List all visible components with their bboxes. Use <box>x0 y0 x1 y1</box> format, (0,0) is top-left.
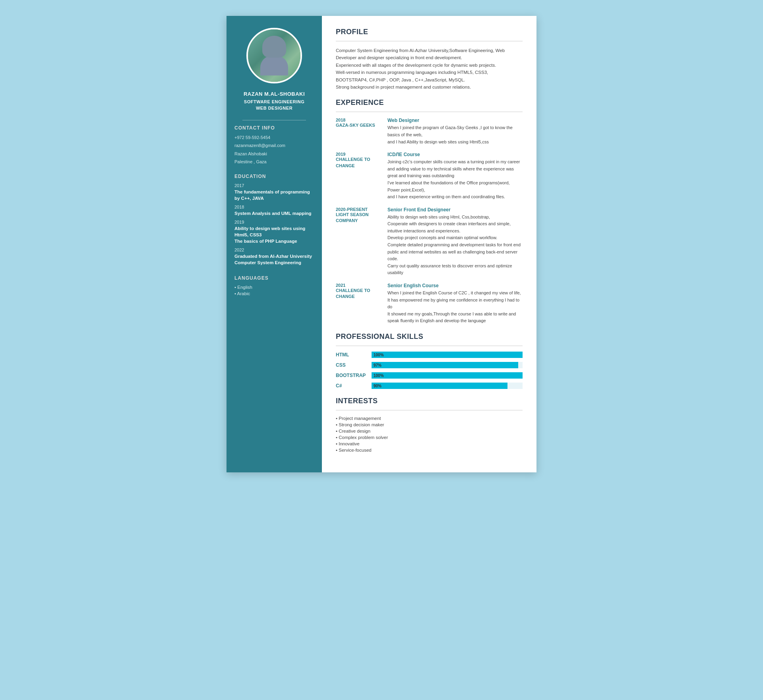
skill-percent-3: 90% <box>374 384 382 388</box>
person-title1: SOFTWARE ENGINEERING <box>244 99 305 105</box>
interests-divider <box>336 410 523 410</box>
email: razanmazen8@gmail.com <box>234 143 314 149</box>
interest-1: Strong decision maker <box>336 422 523 427</box>
skill-name-0: HTML <box>336 352 372 358</box>
edu-year-1: 2018 <box>234 205 314 209</box>
profile-title: PROFILE <box>336 28 523 36</box>
exp-role-1: ICDЛЕ Course <box>387 152 523 157</box>
languages-section: LANGUAGES English Arabic <box>234 275 314 298</box>
lang-1: Arabic <box>234 291 314 296</box>
skill-bar-2: 100% <box>372 372 523 379</box>
languages-label: LANGUAGES <box>234 275 314 281</box>
profile-divider <box>336 41 523 41</box>
person-title2: WEB DESIGNER <box>244 105 305 111</box>
exp-role-3: Senior English Course <box>387 283 523 288</box>
name-section: RAZAN M.AL-SHOBAKI SOFTWARE ENGINEERING … <box>244 91 305 111</box>
exp-company-2: LIGHT SEASON COMPANY <box>336 212 382 224</box>
edu-title-2: Ability to design web sites using Html5,… <box>234 225 314 244</box>
sidebar: RAZAN M.AL-SHOBAKI SOFTWARE ENGINEERING … <box>227 16 322 472</box>
exp-year-1: 2019 <box>336 152 382 157</box>
contact-label: CONTACT INFO <box>234 125 314 131</box>
exp-role-0: Web Designer <box>387 118 523 123</box>
exp-company-1: CHALLENGE TO CHANGE <box>336 157 382 169</box>
edu-title-3: Graduated from Al-Azhar University Compu… <box>234 253 314 266</box>
exp-item-2: 2020-PRESENT LIGHT SEASON COMPANY Senior… <box>336 207 523 277</box>
skill-percent-1: 97% <box>374 363 382 367</box>
edu-year-0: 2017 <box>234 183 314 188</box>
skills-section: PROFESSIONAL SKILLS HTML 100% CSS 97% <box>336 333 523 389</box>
exp-desc-3: When I joined the English Course of C2C … <box>387 290 523 325</box>
profile-text: Computer System Engineering from Al-Azha… <box>336 47 523 91</box>
exp-company-0: GAZA-SKY GEEKS <box>336 122 382 128</box>
edu-title-1: System Analysis and UML mapping <box>234 210 314 217</box>
education-label: EDUCATION <box>234 174 314 179</box>
exp-item-1: 2019 CHALLENGE TO CHANGE ICDЛЕ Course Jo… <box>336 152 523 201</box>
skill-percent-2: 100% <box>374 373 384 378</box>
skill-fill-0: 100% <box>372 352 523 358</box>
skills-divider <box>336 346 523 346</box>
skill-row-1: CSS 97% <box>336 362 523 368</box>
profile-section: PROFILE Computer System Engineering from… <box>336 28 523 91</box>
skill-name-2: BOOTSTRAP <box>336 373 372 378</box>
skill-row-2: BOOTSTRAP 100% <box>336 372 523 379</box>
skill-fill-2: 100% <box>372 372 523 379</box>
interest-5: Service-focused <box>336 448 523 452</box>
interest-4: Innovative <box>336 441 523 446</box>
interest-0: Project management <box>336 416 523 421</box>
lang-0: English <box>234 285 314 290</box>
resume-container: RAZAN M.AL-SHOBAKI SOFTWARE ENGINEERING … <box>227 16 536 472</box>
exp-company-3: CHALLENGE TO CHANGE <box>336 288 382 300</box>
interest-2: Creative design <box>336 429 523 433</box>
exp-item-0: 2018 GAZA-SKY GEEKS Web Designer When I … <box>336 118 523 145</box>
exp-desc-1: Joining c2c's computer skills course was… <box>387 159 523 201</box>
exp-item-3: 2021 CHALLENGE TO CHANGE Senior English … <box>336 283 523 325</box>
skill-row-0: HTML 100% <box>336 352 523 358</box>
experience-section: EXPERIENCE 2018 GAZA-SKY GEEKS Web Desig… <box>336 99 523 325</box>
skill-name-1: CSS <box>336 362 372 368</box>
exp-role-2: Senior Front End Designeer <box>387 207 523 213</box>
skill-bar-1: 97% <box>372 362 523 368</box>
exp-desc-0: When I joined the program of Gaza-Sky Ge… <box>387 124 523 145</box>
avatar <box>246 28 302 83</box>
edu-year-2: 2019 <box>234 220 314 224</box>
skill-fill-3: 90% <box>372 383 507 389</box>
skill-name-3: C# <box>336 383 372 389</box>
skill-fill-1: 97% <box>372 362 518 368</box>
person-name: RAZAN M.AL-SHOBAKI <box>244 91 305 98</box>
exp-year-3: 2021 <box>336 283 382 288</box>
experience-title: EXPERIENCE <box>336 99 523 107</box>
interest-3: Complex problem solver <box>336 435 523 440</box>
name-divider <box>242 120 306 120</box>
skill-row-3: C# 90% <box>336 383 523 389</box>
edu-title-0: The fundamentals of programming by C++, … <box>234 189 314 201</box>
edu-year-3: 2022 <box>234 248 314 252</box>
skill-percent-0: 100% <box>374 353 384 357</box>
phone: +972 59-592-5454 <box>234 135 314 141</box>
interests-section: INTERESTS Project management Strong deci… <box>336 397 523 452</box>
experience-divider <box>336 112 523 112</box>
contact-section: CONTACT INFO +972 59-592-5454 razanmazen… <box>234 125 314 167</box>
contact-name: Razan Alshobaki <box>234 151 314 157</box>
exp-desc-2: Ability to design web sites using Html, … <box>387 214 523 277</box>
address: Palestine , Gaza <box>234 159 314 165</box>
exp-year-2: 2020-PRESENT <box>336 207 382 212</box>
skills-title: PROFESSIONAL SKILLS <box>336 333 523 341</box>
main-content: PROFILE Computer System Engineering from… <box>322 16 536 472</box>
exp-year-0: 2018 <box>336 118 382 122</box>
skill-bar-0: 100% <box>372 352 523 358</box>
interests-title: INTERESTS <box>336 397 523 405</box>
education-section: EDUCATION 2017 The fundamentals of progr… <box>234 174 314 269</box>
skill-bar-3: 90% <box>372 383 523 389</box>
